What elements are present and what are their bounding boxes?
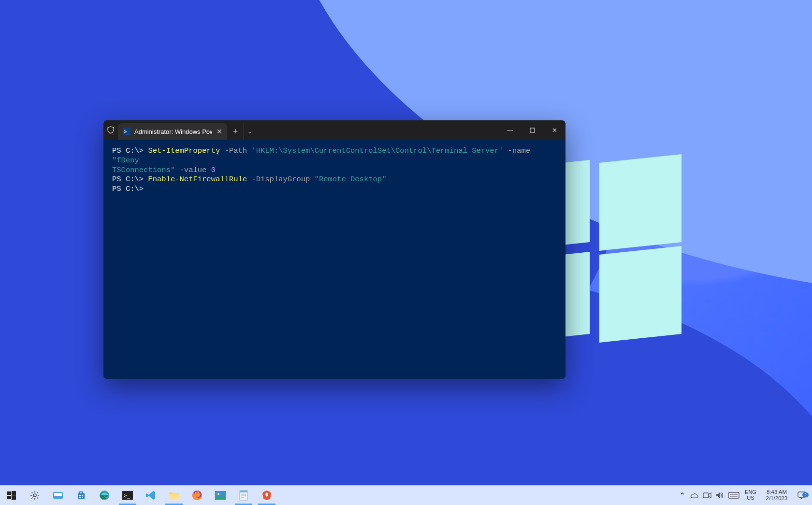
- system-tray: ⌃ ENG US 8:43 AM 2/1/2023 2: [676, 486, 812, 505]
- svg-rect-9: [82, 495, 83, 496]
- maximize-button[interactable]: [521, 120, 543, 140]
- notification-badge: 2: [802, 492, 809, 497]
- admin-shield-icon: [103, 120, 118, 140]
- svg-rect-15: [169, 494, 179, 499]
- volume-icon[interactable]: [713, 486, 726, 505]
- taskbar-settings[interactable]: [23, 486, 46, 505]
- input-indicator-icon[interactable]: [726, 486, 741, 505]
- minimize-button[interactable]: —: [499, 120, 521, 140]
- tab-close-button[interactable]: ✕: [217, 128, 222, 135]
- meet-now-icon[interactable]: [701, 486, 713, 505]
- svg-point-18: [218, 493, 220, 495]
- taskbar-firefox[interactable]: [186, 486, 209, 505]
- terminal-tab[interactable]: >_ Administrator: Windows Powe ✕: [118, 123, 227, 140]
- svg-rect-11: [82, 497, 83, 498]
- powershell-icon: >_: [123, 128, 130, 135]
- new-tab-button[interactable]: +: [227, 123, 244, 140]
- svg-rect-20: [240, 491, 247, 492]
- svg-rect-2: [12, 491, 16, 495]
- taskbar-notepad[interactable]: [232, 486, 255, 505]
- onedrive-icon[interactable]: [688, 486, 701, 505]
- taskbar-brave[interactable]: [255, 486, 278, 505]
- taskbar-microsoft-store[interactable]: [70, 486, 93, 505]
- taskbar-task-view[interactable]: [46, 486, 70, 505]
- svg-rect-24: [703, 493, 709, 498]
- taskbar-terminal[interactable]: >_: [116, 486, 139, 505]
- tray-overflow-button[interactable]: ⌃: [676, 486, 688, 505]
- svg-rect-0: [530, 128, 535, 132]
- clock-time: 8:43 AM: [767, 489, 787, 495]
- close-button[interactable]: ✕: [543, 120, 566, 140]
- action-center-button[interactable]: 2: [794, 491, 810, 499]
- terminal-titlebar[interactable]: >_ Administrator: Windows Powe ✕ + ⌄ — ✕: [103, 120, 566, 140]
- svg-rect-8: [79, 495, 81, 496]
- taskbar: >_ ⌃ ENG US 8:43 AM 2/1/2023 2: [0, 485, 812, 505]
- svg-rect-10: [79, 497, 81, 498]
- taskbar-edge[interactable]: [93, 486, 116, 505]
- tab-dropdown-button[interactable]: ⌄: [244, 123, 255, 140]
- windows-terminal-window: >_ Administrator: Windows Powe ✕ + ⌄ — ✕…: [103, 120, 566, 379]
- taskbar-vscode[interactable]: [139, 486, 162, 505]
- taskbar-photos[interactable]: [209, 486, 232, 505]
- svg-rect-1: [7, 491, 11, 495]
- language-indicator[interactable]: ENG US: [741, 490, 760, 501]
- taskbar-start[interactable]: [0, 486, 23, 505]
- terminal-output[interactable]: PS C:\> Set-ItemProperty -Path 'HKLM:\Sy…: [103, 140, 566, 379]
- clock[interactable]: 8:43 AM 2/1/2023: [760, 489, 794, 502]
- svg-rect-4: [12, 495, 16, 500]
- terminal-tab-title: Administrator: Windows Powe: [134, 128, 212, 135]
- taskbar-file-explorer[interactable]: [162, 486, 186, 505]
- svg-rect-25: [728, 492, 739, 498]
- svg-point-5: [33, 494, 36, 497]
- svg-rect-7: [54, 493, 62, 496]
- svg-text:>_: >_: [124, 492, 130, 499]
- clock-date: 2/1/2023: [766, 495, 788, 502]
- svg-rect-3: [7, 496, 11, 499]
